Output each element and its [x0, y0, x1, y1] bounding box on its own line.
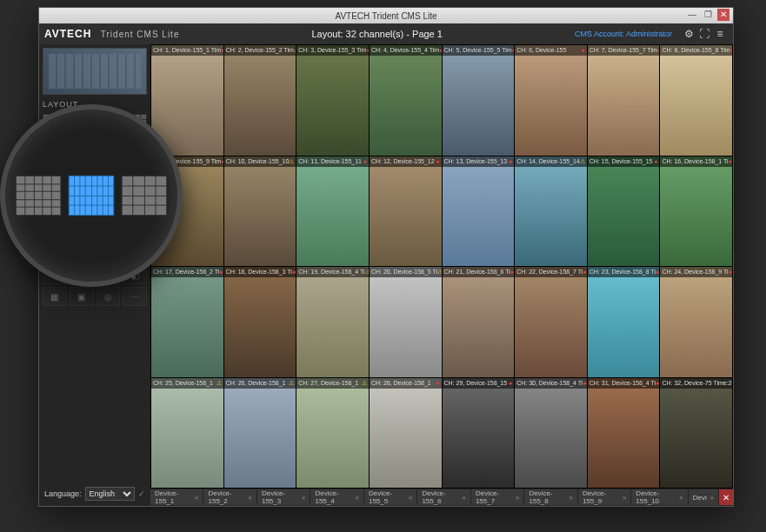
channel-cell[interactable]: CH: 18, Device-158_3 Ti●	[224, 267, 296, 377]
channel-cell[interactable]: CH: 13, Device-155_13●	[443, 156, 515, 267]
tab-close-icon[interactable]: ×	[679, 494, 683, 502]
tab-close-icon[interactable]: ×	[516, 494, 520, 502]
channel-cell[interactable]: CH: 12, Device-155_12●	[370, 156, 442, 267]
record-icon: ●	[509, 378, 512, 389]
channel-cell[interactable]: CH: 6, Device-155●	[515, 45, 587, 156]
layout-option-25[interactable]	[16, 176, 62, 216]
channel-cell[interactable]: CH: 2, Device-155_2 Tim⚠	[224, 45, 296, 156]
record-icon: ●	[221, 45, 223, 56]
channel-cell[interactable]: CH: 24, Device-158_9 Ti●	[660, 267, 732, 377]
language-select[interactable]: English	[85, 487, 135, 501]
channel-cell[interactable]: CH: 15, Device-155_15●	[588, 156, 660, 267]
device-tab[interactable]: Device-155_6×	[417, 489, 470, 505]
motion-icon: ⚠	[216, 378, 222, 389]
motion-icon: ⚠	[362, 378, 367, 389]
close-button[interactable]: ✕	[717, 9, 729, 21]
device-tab[interactable]: Devi×	[689, 489, 720, 505]
channel-cell[interactable]: CH: 11, Device-155_11●	[296, 156, 369, 267]
channel-cell[interactable]: CH: 4, Device-155_4 Tim●	[370, 45, 442, 156]
device-tab[interactable]: Device-155_10×	[631, 489, 688, 505]
channel-label: CH: 1, Device-155_1 Tim●	[151, 45, 223, 56]
tab-close-icon[interactable]: ×	[409, 494, 413, 502]
record-icon: ●	[730, 45, 732, 56]
channel-cell[interactable]: CH: 17, Device-158_2 Ti●	[151, 267, 223, 377]
menu-icon[interactable]: ≡	[712, 26, 728, 42]
record-icon: ●	[292, 267, 296, 277]
layout-option-32-active[interactable]	[69, 176, 115, 216]
tab-close-icon[interactable]: ×	[195, 494, 199, 502]
channel-label: CH: 6, Device-155●	[515, 45, 587, 56]
device-tab[interactable]: Device-155_5×	[364, 489, 417, 505]
record-icon: ●	[439, 45, 441, 56]
minimize-button[interactable]: —	[686, 9, 698, 21]
channel-cell[interactable]: CH: 7, Device-155_7 Tim●	[588, 45, 660, 156]
tab-close-icon[interactable]: ×	[355, 494, 359, 502]
channel-cell[interactable]: CH: 29, Device-158_15●	[443, 378, 515, 489]
account-link[interactable]: CMS Account: Administrator	[575, 30, 672, 38]
channel-cell[interactable]: CH: 26, Device-158_1⚠	[224, 378, 296, 489]
channel-cell[interactable]: CH: 19, Device-158_4 Ti⚠	[296, 267, 369, 377]
record-icon: ●	[436, 156, 439, 167]
tab-close-icon[interactable]: ×	[569, 494, 573, 502]
channel-cell[interactable]: CH: 23, Device-158_8 Ti●	[588, 267, 660, 377]
preview-thumbnail[interactable]	[43, 48, 147, 95]
ptz-button[interactable]: ⋯	[123, 287, 147, 306]
channel-thumbnail	[515, 267, 587, 377]
channel-cell[interactable]: CH: 31, Device-158_4 Ti●	[588, 378, 660, 489]
close-all-tabs-button[interactable]: ✕	[719, 489, 733, 505]
channel-cell[interactable]: CH: 10, Device-155_10⚠	[224, 156, 296, 267]
record-icon: ●	[219, 267, 223, 277]
channel-label: CH: 11, Device-155_11●	[296, 156, 369, 167]
layout-page-label: Layout: 32 channel(s) - Page 1	[179, 29, 575, 39]
device-tab[interactable]: Device-155_4×	[310, 489, 363, 505]
ptz-button[interactable]: ◎	[97, 287, 121, 306]
record-icon: ●	[729, 156, 732, 167]
channel-cell[interactable]: CH: 21, Device-158_6 Ti●	[443, 267, 515, 377]
tab-close-icon[interactable]: ×	[623, 494, 627, 502]
channel-cell[interactable]: CH: 32, Device-75 Time:20●	[660, 378, 732, 489]
channel-label: CH: 8, Device-155_8 Tim●	[660, 45, 732, 56]
channel-thumbnail	[588, 267, 660, 377]
channel-label: CH: 23, Device-158_8 Ti●	[588, 267, 660, 277]
fullscreen-icon[interactable]: ⛶	[696, 26, 712, 42]
maximize-button[interactable]: ❐	[702, 9, 714, 21]
layout-option-irregular[interactable]	[122, 176, 168, 216]
channel-thumbnail	[660, 267, 732, 377]
channel-thumbnail	[588, 156, 660, 267]
record-icon: ●	[657, 45, 659, 56]
channel-cell[interactable]: CH: 22, Device-158_7 Ti●	[515, 267, 587, 377]
channel-thumbnail	[660, 378, 732, 489]
device-tab[interactable]: Device-155_8×	[524, 489, 577, 505]
channel-cell[interactable]: CH: 16, Device-158_1 Ti●	[660, 156, 732, 267]
channel-cell[interactable]: CH: 27, Device-158_1⚠	[296, 378, 369, 489]
channel-thumbnail	[515, 45, 587, 156]
channel-cell[interactable]: CH: 30, Device-158_4 Ti●	[515, 378, 587, 489]
tab-close-icon[interactable]: ×	[462, 494, 466, 502]
settings-icon[interactable]: ⚙	[681, 26, 696, 42]
language-apply-icon[interactable]: ✓	[138, 489, 145, 498]
channel-label: CH: 31, Device-158_4 Ti●	[588, 378, 660, 389]
channel-cell[interactable]: CH: 5, Device-155_5 Tim●	[443, 45, 515, 156]
tab-close-icon[interactable]: ×	[302, 494, 306, 502]
brand-subtitle: Trident CMS Lite	[101, 30, 180, 39]
device-tab[interactable]: Device-155_9×	[578, 489, 631, 505]
channel-cell[interactable]: CH: 28, Device-158_1●	[370, 378, 442, 489]
device-tab[interactable]: Device-155_7×	[471, 489, 524, 505]
ptz-button[interactable]: ▦	[43, 287, 67, 306]
device-tab[interactable]: Device-155_2×	[203, 489, 256, 505]
channel-thumbnail	[370, 267, 442, 377]
channel-cell[interactable]: CH: 8, Device-155_8 Tim●	[660, 45, 732, 156]
channel-cell[interactable]: CH: 20, Device-158_5 Ti⚠	[370, 267, 442, 377]
ptz-button[interactable]: ▣	[70, 287, 94, 306]
tab-close-icon[interactable]: ×	[248, 494, 252, 502]
channel-cell[interactable]: CH: 25, Device-158_1⚠	[151, 378, 223, 489]
tab-close-icon[interactable]: ×	[710, 494, 715, 502]
channel-label: CH: 16, Device-158_1 Ti●	[660, 156, 732, 167]
device-tab[interactable]: Device-155_3×	[257, 489, 310, 505]
record-icon: ●	[366, 45, 368, 56]
device-tab[interactable]: Device-155_1×	[150, 489, 203, 505]
channel-cell[interactable]: CH: 14, Device-155_14⚠	[515, 156, 587, 267]
record-icon: ●	[221, 156, 223, 167]
channel-cell[interactable]: CH: 3, Device-155_3 Tim●	[296, 45, 369, 156]
channel-thumbnail	[660, 156, 732, 267]
